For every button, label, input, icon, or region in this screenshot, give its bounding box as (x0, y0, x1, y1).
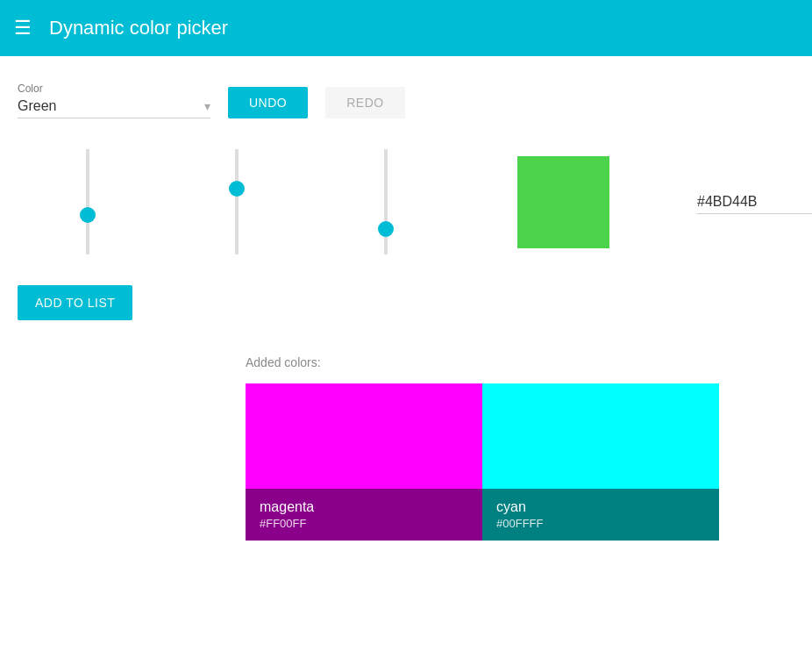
hex-input-area (697, 190, 812, 214)
add-to-list-area: ADD TO LIST (18, 285, 794, 355)
slider-g[interactable] (235, 149, 239, 254)
swatch-magenta-top (246, 383, 482, 489)
swatch-magenta-name: magenta (260, 499, 468, 515)
swatch-cyan: cyan #00FFFF (482, 383, 719, 541)
slider-b-container (333, 145, 438, 259)
app-header: ☰ Dynamic color picker (0, 0, 812, 56)
color-preview (517, 156, 609, 248)
added-colors-label: Added colors: (18, 355, 794, 369)
menu-icon[interactable]: ☰ (14, 17, 32, 39)
added-colors-section: Added colors: magenta #FF00FF cyan #00FF… (18, 355, 794, 541)
color-select-row: Color Green ▾ UNDO REDO (18, 82, 794, 118)
hex-input[interactable] (697, 190, 812, 214)
slider-g-container (184, 145, 289, 259)
add-to-list-button[interactable]: ADD TO LIST (18, 285, 132, 320)
swatch-magenta-info: magenta #FF00FF (246, 489, 482, 541)
swatch-magenta: magenta #FF00FF (246, 383, 482, 541)
swatch-cyan-info: cyan #00FFFF (482, 489, 719, 541)
slider-b[interactable] (384, 149, 388, 254)
app-title: Dynamic color picker (49, 17, 228, 39)
swatch-cyan-hex: #00FFFF (496, 517, 705, 530)
redo-button[interactable]: REDO (325, 87, 404, 118)
main-content: Color Green ▾ UNDO REDO (0, 56, 812, 558)
color-select-value: Green (18, 98, 204, 114)
color-field: Color Green ▾ (18, 82, 210, 118)
color-select[interactable]: Green ▾ (18, 98, 210, 118)
slider-r-container (35, 145, 140, 259)
swatch-magenta-hex: #FF00FF (260, 517, 468, 530)
chevron-down-icon: ▾ (204, 99, 210, 113)
undo-button[interactable]: UNDO (228, 87, 308, 118)
sliders-group (35, 145, 438, 259)
swatch-cyan-name: cyan (496, 499, 705, 515)
slider-r[interactable] (86, 149, 89, 254)
color-label: Color (18, 82, 210, 95)
color-swatches: magenta #FF00FF cyan #00FFFF (18, 383, 794, 541)
swatch-cyan-top (482, 383, 719, 489)
